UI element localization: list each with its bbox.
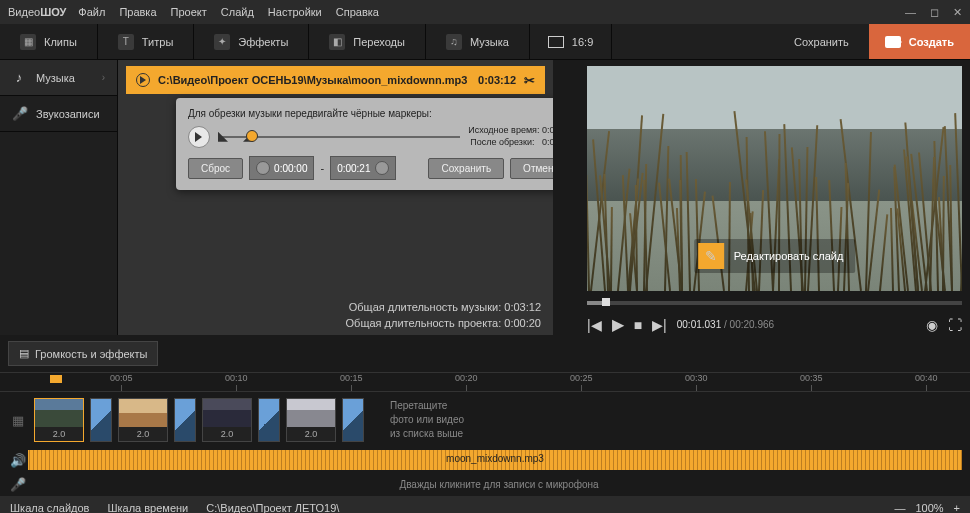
timeline-ruler[interactable]: 00:0500:1000:1500:2000:2500:3000:3500:40 (0, 372, 970, 392)
menu-help[interactable]: Справка (336, 6, 379, 18)
edit-slide-button[interactable]: Редактировать слайд (734, 250, 852, 262)
trim-handle[interactable] (246, 130, 258, 142)
stop-icon[interactable]: ■ (634, 317, 642, 333)
trim-popup: Для обрезки музыки передвигайте чёрные м… (176, 98, 584, 190)
aspect-ratio[interactable]: 16:9 (530, 24, 612, 59)
play-icon[interactable]: ▶ (612, 315, 624, 334)
preview-image: ✎ Редактировать слайд (587, 66, 962, 291)
main-menu: Файл Правка Проект Слайд Настройки Справ… (78, 6, 379, 18)
menu-project[interactable]: Проект (171, 6, 207, 18)
wand-icon: ✦ (214, 34, 230, 50)
music-list-panel: C:\Видео\Проект ОСЕНЬ19\Музыка\moon_mixd… (118, 60, 553, 335)
prev-icon[interactable]: |◀ (587, 317, 602, 333)
screen-icon (548, 36, 564, 48)
fullscreen-icon[interactable]: ⛶ (948, 317, 962, 333)
menu-slide[interactable]: Слайд (221, 6, 254, 18)
ruler-tick: 00:15 (340, 373, 363, 383)
transition-thumb[interactable] (258, 398, 280, 442)
app-name: ВидеоШОУ (8, 6, 66, 18)
seek-handle[interactable] (602, 298, 610, 306)
mic-icon: 🎤 (8, 477, 28, 492)
marker-icon (375, 161, 389, 175)
slide-thumb[interactable]: 2.0 (118, 398, 168, 442)
audio-track: 🔊 moon_mixdownn.mp3 (0, 448, 970, 472)
next-icon[interactable]: ▶| (652, 317, 667, 333)
zoom-in-icon[interactable]: + (954, 502, 960, 513)
pencil-icon[interactable]: ✎ (698, 243, 724, 269)
trim-start-input[interactable]: 0:00:00 (249, 156, 314, 180)
trim-start-marker[interactable] (218, 132, 228, 142)
speaker-icon: 🔊 (8, 453, 28, 468)
slide-thumb[interactable]: 2.0 (286, 398, 336, 442)
note-icon: ♫ (446, 34, 462, 50)
ruler-tick: 00:25 (570, 373, 593, 383)
create-button[interactable]: Создать (869, 24, 970, 59)
project-path: C:\Видео\Проект ЛЕТО19\ (206, 502, 339, 513)
ruler-tick: 00:10 (225, 373, 248, 383)
music-duration: 0:03:12 (478, 74, 516, 86)
transition-thumb[interactable] (174, 398, 196, 442)
minimize-icon[interactable]: — (905, 6, 916, 19)
slide-thumb[interactable]: 2.0 (34, 398, 84, 442)
trim-slider[interactable] (218, 130, 460, 144)
note-icon: ♪ (12, 70, 26, 85)
playhead-marker[interactable] (50, 375, 62, 383)
ruler-tick: 00:05 (110, 373, 133, 383)
music-track-row[interactable]: C:\Видео\Проект ОСЕНЬ19\Музыка\moon_mixd… (126, 66, 545, 94)
audio-clip[interactable]: moon_mixdownn.mp3 (28, 450, 962, 470)
transition-thumb[interactable] (342, 398, 364, 442)
trim-end-input[interactable]: 0:00:21 (330, 156, 395, 180)
tab-effects[interactable]: ✦Эффекты (194, 24, 309, 59)
trim-save-button[interactable]: Сохранить (428, 158, 504, 179)
duration-info: Общая длительность музыки: 0:03:12 Общая… (118, 296, 553, 335)
menu-settings[interactable]: Настройки (268, 6, 322, 18)
menu-edit[interactable]: Правка (119, 6, 156, 18)
titlebar: ВидеоШОУ Файл Правка Проект Слайд Настро… (0, 0, 970, 24)
snapshot-icon[interactable]: ◉ (926, 317, 938, 333)
window-controls: — ◻ ✕ (905, 6, 962, 19)
play-icon[interactable] (136, 73, 150, 87)
text-icon: T (118, 34, 134, 50)
mode-timeline[interactable]: Шкала времени (107, 502, 188, 513)
close-icon[interactable]: ✕ (953, 6, 962, 19)
edit-slide-overlay: ✎ Редактировать слайд (694, 239, 856, 273)
music-path: C:\Видео\Проект ОСЕНЬ19\Музыка\moon_mixd… (158, 74, 467, 86)
maximize-icon[interactable]: ◻ (930, 6, 939, 19)
tabs-bar: ▦Клипы TТитры ✦Эффекты ◧Переходы ♫Музыка… (0, 24, 970, 60)
statusbar: Шкала слайдов Шкала времени C:\Видео\Про… (0, 496, 970, 513)
tab-transitions[interactable]: ◧Переходы (309, 24, 426, 59)
ruler-tick: 00:35 (800, 373, 823, 383)
transition-thumb[interactable] (90, 398, 112, 442)
film-icon: ▦ (20, 34, 36, 50)
ruler-tick: 00:30 (685, 373, 708, 383)
tab-clips[interactable]: ▦Клипы (0, 24, 98, 59)
tab-music[interactable]: ♫Музыка (426, 24, 530, 59)
preview-panel: ✎ Редактировать слайд |◀ ▶ ■ ▶| 00:01.03… (553, 60, 970, 335)
mic-icon: 🎤 (12, 106, 26, 121)
tab-titles[interactable]: TТитры (98, 24, 194, 59)
video-track: ▦ 2.0 2.0 2.0 2.0 Перетащитефото или вид… (0, 392, 970, 448)
zoom-level: 100% (915, 502, 943, 513)
zoom-out-icon[interactable]: — (894, 502, 905, 513)
ruler-tick: 00:20 (455, 373, 478, 383)
preview-controls: |◀ ▶ ■ ▶| 00:01.031 / 00:20.966 ◉ ⛶ (587, 305, 962, 344)
mic-track[interactable]: 🎤 Дважды кликните для записи с микрофона (0, 472, 970, 496)
panel-music[interactable]: ♪ Музыка › (0, 60, 117, 96)
film-icon: ▦ (8, 413, 28, 428)
trim-play-button[interactable] (188, 126, 210, 148)
trim-hint: Для обрезки музыки передвигайте чёрные м… (188, 108, 572, 119)
chevron-right-icon: › (102, 72, 105, 83)
transition-icon: ◧ (329, 34, 345, 50)
panel-recordings[interactable]: 🎤 Звукозаписи (0, 96, 117, 132)
save-button[interactable]: Сохранить (774, 24, 869, 59)
scissors-icon[interactable]: ✂ (524, 73, 535, 88)
mode-slides[interactable]: Шкала слайдов (10, 502, 89, 513)
marker-icon (256, 161, 270, 175)
menu-file[interactable]: Файл (78, 6, 105, 18)
timeline: 00:0500:1000:1500:2000:2500:3000:3500:40… (0, 372, 970, 496)
preview-seekbar[interactable] (587, 301, 962, 305)
slide-thumb[interactable]: 2.0 (202, 398, 252, 442)
trim-reset-button[interactable]: Сброс (188, 158, 243, 179)
volume-effects-button[interactable]: ▤ Громкость и эффекты (8, 341, 158, 366)
left-panel: ♪ Музыка › 🎤 Звукозаписи (0, 60, 118, 335)
